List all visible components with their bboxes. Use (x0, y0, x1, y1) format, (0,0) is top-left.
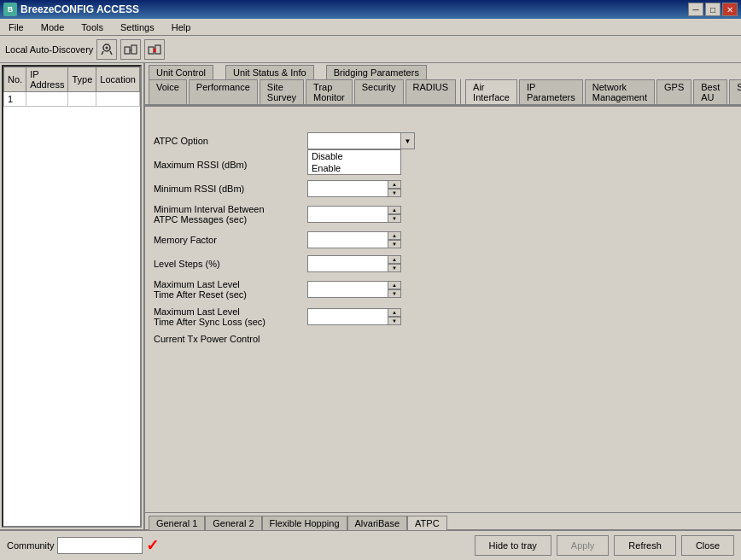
menu-help[interactable]: Help (166, 20, 196, 34)
svg-point-1 (106, 46, 108, 49)
close-button-status[interactable]: Close (681, 535, 734, 556)
svg-line-2 (102, 51, 103, 55)
community-label: Community (7, 540, 55, 551)
tab-network-management[interactable]: Network Management (585, 79, 655, 104)
main-container: No. IP Address Type Location 1 Unit Cont… (0, 63, 741, 529)
status-bar-right: Hide to tray Apply Refresh Close (475, 535, 734, 556)
tab-performance[interactable]: Performance (189, 79, 258, 104)
atpc-option-control[interactable]: ▼ Disable Enable (307, 132, 415, 149)
min-interval-control[interactable]: ▲ ▼ (307, 206, 401, 223)
current-tx-label: Current Tx Power Control (154, 334, 307, 344)
max-last-sync-label: Maximum Last Level Time After Sync Loss … (154, 306, 307, 327)
title-bar: B BreezeCONFIG ACCESS ─ □ ✕ (0, 0, 741, 19)
app-icon: B (3, 3, 17, 16)
tab-radius[interactable]: RADIUS (406, 79, 457, 104)
table-row[interactable]: 1 (4, 92, 140, 107)
bottom-tab-flex-hopping[interactable]: Flexible Hopping (262, 516, 347, 530)
tab-unit-control[interactable]: Unit Control (149, 65, 213, 79)
min-rssi-control[interactable]: ▲ ▼ (307, 180, 401, 197)
max-rssi-row: Maximum RSSI (dBm) ▲ ▼ (154, 156, 741, 173)
device-table-container[interactable]: No. IP Address Type Location 1 (2, 65, 142, 528)
close-button[interactable]: ✕ (722, 3, 738, 16)
bottom-tab-general2[interactable]: General 2 (205, 516, 261, 530)
tab-trap-monitor[interactable]: Trap Monitor (306, 79, 353, 104)
current-tx-row: Current Tx Power Control (154, 334, 741, 344)
memory-factor-down[interactable]: ▼ (388, 240, 401, 248)
content-area: ATPC Option ▼ Disable Enable Maximum RSS… (145, 107, 741, 512)
tab-unit-status[interactable]: Unit Status & Info (225, 65, 314, 79)
atpc-option-dropdown-arrow[interactable]: ▼ (401, 132, 415, 149)
svg-rect-7 (149, 47, 154, 54)
min-interval-input[interactable] (307, 206, 388, 223)
discovery-icon[interactable] (96, 39, 117, 60)
memory-factor-up[interactable]: ▲ (388, 231, 401, 240)
community-input[interactable] (57, 537, 143, 554)
memory-factor-input[interactable] (307, 231, 388, 248)
level-steps-down[interactable]: ▼ (388, 264, 401, 272)
min-rssi-input[interactable] (307, 180, 388, 197)
menu-mode[interactable]: Mode (36, 20, 70, 34)
atpc-option-enable[interactable]: Enable (308, 162, 400, 174)
hide-to-tray-button[interactable]: Hide to tray (475, 535, 551, 556)
max-last-reset-row: Maximum Last Level Time After Reset (sec… (154, 279, 741, 300)
tab-ip-parameters[interactable]: IP Parameters (519, 79, 583, 104)
cell-no: 1 (4, 92, 26, 107)
memory-factor-control[interactable]: ▲ ▼ (307, 231, 401, 248)
menu-file[interactable]: File (3, 20, 29, 34)
apply-button[interactable]: Apply (557, 535, 610, 556)
bottom-tab-alvaribase[interactable]: AlvariBase (347, 516, 408, 530)
level-steps-input[interactable] (307, 255, 388, 272)
max-last-reset-input[interactable] (307, 281, 388, 298)
toolbar: Local Auto-Discovery (0, 36, 741, 63)
tab-best-au[interactable]: Best AU (693, 79, 727, 104)
max-last-sync-up[interactable]: ▲ (388, 308, 401, 317)
minimize-button[interactable]: ─ (688, 3, 703, 16)
min-interval-row: Minimum Interval Between ATPC Messages (… (154, 204, 741, 225)
connect-icon[interactable] (120, 39, 141, 60)
tab-gps[interactable]: GPS (656, 79, 691, 104)
maximize-button[interactable]: □ (705, 3, 721, 16)
min-rssi-down[interactable]: ▼ (388, 189, 401, 197)
menu-tools[interactable]: Tools (76, 20, 108, 34)
memory-factor-row: Memory Factor ▲ ▼ (154, 231, 741, 248)
min-rssi-label: Minimum RSSI (dBm) (154, 184, 307, 194)
bottom-tab-atpc[interactable]: ATPC (407, 516, 447, 530)
menu-bar: File Mode Tools Settings Help (0, 19, 741, 36)
tab-air-interface[interactable]: Air Interface (465, 79, 517, 104)
atpc-option-input[interactable] (307, 132, 401, 149)
min-interval-up[interactable]: ▲ (388, 206, 401, 214)
max-last-reset-down[interactable]: ▼ (388, 289, 401, 298)
tab-row-1: Unit Control Unit Status & Info Bridging… (145, 63, 741, 79)
cell-type (68, 92, 96, 107)
atpc-option-label: ATPC Option (154, 136, 307, 146)
atpc-option-disable[interactable]: Disable (308, 150, 400, 162)
col-type: Type (68, 67, 96, 92)
menu-settings[interactable]: Settings (115, 20, 160, 34)
max-last-reset-up[interactable]: ▲ (388, 281, 401, 289)
refresh-button[interactable]: Refresh (614, 535, 676, 556)
tab-service[interactable]: Service (729, 79, 741, 104)
max-last-sync-control[interactable]: ▲ ▼ (307, 308, 401, 325)
tab-site-survey[interactable]: Site Survey (260, 79, 304, 104)
tab-bridging[interactable]: Bridging Parameters (326, 65, 427, 79)
memory-factor-label: Memory Factor (154, 235, 307, 245)
level-steps-label: Level Steps (%) (154, 259, 307, 269)
level-steps-control[interactable]: ▲ ▼ (307, 255, 401, 272)
tab-voice[interactable]: Voice (149, 79, 187, 104)
level-steps-up[interactable]: ▲ (388, 255, 401, 264)
min-rssi-up[interactable]: ▲ (388, 180, 401, 189)
max-last-sync-down[interactable]: ▼ (388, 317, 401, 325)
col-location: Location (96, 67, 140, 92)
min-interval-down[interactable]: ▼ (388, 214, 401, 223)
cell-location (96, 92, 140, 107)
svg-rect-5 (131, 45, 137, 54)
disconnect-icon[interactable] (144, 39, 165, 60)
checkmark-icon: ✓ (146, 536, 159, 555)
atpc-dropdown-list[interactable]: Disable Enable (307, 149, 401, 175)
max-last-reset-control[interactable]: ▲ ▼ (307, 281, 401, 298)
svg-rect-4 (125, 47, 130, 54)
level-steps-row: Level Steps (%) ▲ ▼ (154, 255, 741, 272)
tab-security[interactable]: Security (354, 79, 404, 104)
bottom-tab-general1[interactable]: General 1 (149, 516, 205, 530)
max-last-sync-input[interactable] (307, 308, 388, 325)
